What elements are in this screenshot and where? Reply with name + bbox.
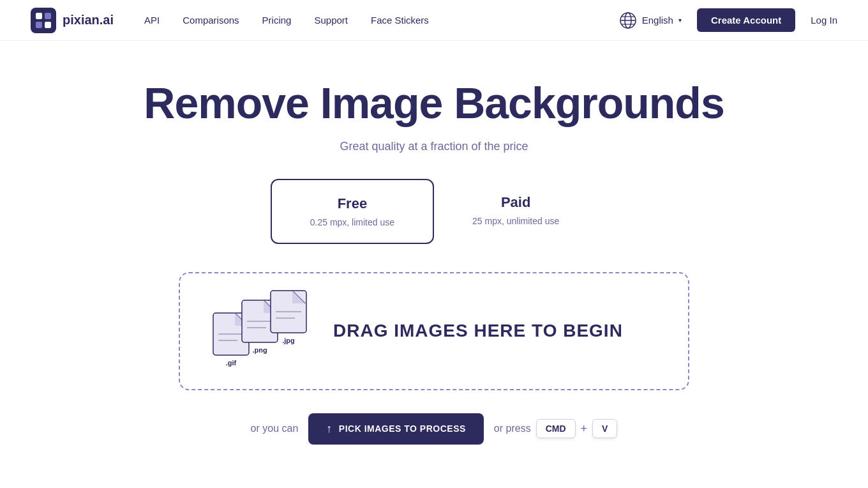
navbar: pixian.ai API Comparisons Pricing Suppor…	[0, 0, 868, 41]
or-you-can-text: or you can	[251, 423, 299, 434]
pick-images-button[interactable]: ↑ PICK IMAGES TO PROCESS	[308, 413, 484, 445]
bottom-action: or you can ↑ PICK IMAGES TO PROCESS or p…	[251, 413, 618, 445]
language-selector[interactable]: English ▾	[619, 11, 682, 29]
drop-zone[interactable]: .gif .png	[179, 272, 689, 390]
jpg-ext: .jpg	[282, 337, 295, 344]
upload-icon: ↑	[326, 422, 333, 436]
tab-paid[interactable]: Paid 25 mpx, unlimited use	[434, 179, 597, 244]
create-account-button[interactable]: Create Account	[697, 8, 795, 32]
plus-icon: +	[581, 422, 588, 436]
svg-rect-1	[36, 13, 42, 19]
free-desc: 0.25 mpx, limited use	[310, 217, 394, 227]
gif-ext: .gif	[226, 359, 237, 367]
png-ext: .png	[252, 346, 267, 354]
nav-face-stickers[interactable]: Face Stickers	[371, 15, 429, 26]
nav-links: API Comparisons Pricing Support Face Sti…	[144, 15, 619, 26]
or-press-text: or press	[494, 423, 531, 434]
nav-right: English ▾ Create Account Log In	[619, 8, 837, 32]
log-in-button[interactable]: Log In	[811, 15, 837, 26]
v-key: V	[592, 419, 617, 438]
svg-rect-3	[36, 22, 42, 28]
file-icon-jpg: .jpg	[269, 289, 308, 344]
paid-desc: 25 mpx, unlimited use	[472, 216, 559, 226]
nav-pricing[interactable]: Pricing	[262, 15, 292, 26]
svg-rect-4	[45, 22, 51, 28]
chevron-down-icon: ▾	[678, 17, 682, 24]
globe-icon	[619, 11, 637, 29]
file-icons-area: .gif .png	[206, 286, 320, 376]
logo-icon	[31, 8, 56, 33]
nav-support[interactable]: Support	[314, 15, 348, 26]
svg-rect-0	[31, 8, 56, 33]
logo-text: pixian.ai	[63, 13, 114, 27]
nav-api[interactable]: API	[144, 15, 160, 26]
pick-images-label: PICK IMAGES TO PROCESS	[339, 423, 466, 434]
language-label: English	[642, 15, 673, 26]
pricing-tabs: Free 0.25 mpx, limited use Paid 25 mpx, …	[271, 179, 597, 244]
hero-subtitle: Great quality at a fraction of the price	[340, 140, 528, 153]
tab-free[interactable]: Free 0.25 mpx, limited use	[271, 179, 434, 244]
drag-text: DRAG IMAGES HERE TO BEGIN	[333, 321, 623, 341]
cmd-key: CMD	[536, 419, 576, 438]
main-content: Remove Image Backgrounds Great quality a…	[0, 41, 868, 470]
hero-title: Remove Image Backgrounds	[144, 79, 724, 127]
free-label: Free	[310, 195, 394, 212]
logo-link[interactable]: pixian.ai	[31, 8, 114, 33]
paid-label: Paid	[472, 194, 559, 211]
svg-rect-2	[45, 13, 51, 19]
nav-comparisons[interactable]: Comparisons	[183, 15, 239, 26]
keyboard-hint: or press CMD + V	[494, 419, 618, 438]
